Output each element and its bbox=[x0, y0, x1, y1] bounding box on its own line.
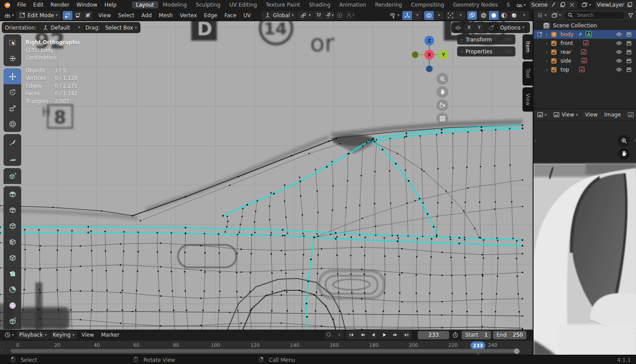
proportional-toggle[interactable] bbox=[335, 11, 344, 20]
end-frame-field[interactable]: End 250 bbox=[493, 331, 526, 339]
tool-smooth-button[interactable] bbox=[4, 297, 21, 313]
shading-rendered-button[interactable] bbox=[509, 11, 519, 20]
expand-chevron[interactable]: › bbox=[545, 32, 549, 38]
tool-extrude-button[interactable] bbox=[4, 186, 21, 202]
render-camera-icon[interactable] bbox=[625, 49, 632, 56]
camera-view-button[interactable] bbox=[436, 99, 448, 111]
vertex-select-button[interactable] bbox=[63, 11, 72, 20]
auto-key-toggle[interactable] bbox=[324, 330, 334, 339]
pan-view-button[interactable] bbox=[436, 86, 448, 98]
image-zoom-button[interactable] bbox=[618, 135, 630, 146]
jump-to-start-button[interactable] bbox=[346, 330, 356, 339]
mode-dropdown[interactable]: Edit Mode ▾ bbox=[16, 11, 61, 20]
viewport-menu-vertex[interactable]: Vertex bbox=[176, 11, 201, 20]
workspace-tab-animation[interactable]: Animation bbox=[335, 1, 370, 8]
workspace-tab-uv-editing[interactable]: UV Editing bbox=[225, 1, 261, 8]
play-button[interactable] bbox=[379, 330, 390, 339]
tool-edge-slide-button[interactable] bbox=[4, 313, 21, 329]
orientation-default-dropdown[interactable]: Default ▾ bbox=[39, 23, 83, 32]
orientation-dropdown[interactable]: Global ▾ bbox=[261, 11, 296, 20]
snap-to-dropdown[interactable]: ▾ bbox=[324, 11, 334, 20]
timeline-scrollbar[interactable] bbox=[11, 349, 517, 353]
new-viewlayer-icon[interactable] bbox=[626, 1, 633, 8]
tab-view[interactable]: View bbox=[522, 87, 533, 112]
playhead[interactable]: 233 bbox=[470, 341, 485, 349]
expand-chevron[interactable]: › bbox=[545, 49, 549, 55]
unlink-scene-icon[interactable] bbox=[568, 1, 575, 8]
tool-scale-button[interactable] bbox=[4, 100, 21, 116]
image-data-icon[interactable] bbox=[583, 40, 590, 47]
viewport-menu-select[interactable]: Select bbox=[114, 11, 138, 20]
shading-material-button[interactable] bbox=[499, 11, 509, 20]
menu-edit[interactable]: Edit bbox=[30, 0, 47, 10]
tool-spin-button[interactable] bbox=[4, 281, 21, 297]
render-camera-icon[interactable] bbox=[625, 57, 632, 64]
timeline-menu-view[interactable]: View bbox=[78, 330, 97, 340]
play-reverse-button[interactable] bbox=[368, 330, 379, 339]
image-pan-button[interactable] bbox=[618, 148, 630, 160]
image-data-icon[interactable] bbox=[581, 57, 588, 64]
workspace-tab-layout[interactable]: Layout bbox=[132, 1, 158, 8]
workspace-tab-modeling[interactable]: Modeling bbox=[159, 1, 191, 8]
workspace-tab-rendering[interactable]: Rendering bbox=[371, 1, 406, 8]
timeline-editor-type[interactable]: ▾ bbox=[3, 331, 15, 339]
timeline-playback-dropdown[interactable]: Playback▾ bbox=[17, 331, 49, 339]
shading-dropdown[interactable]: ▾ bbox=[519, 11, 529, 20]
outliner-item-front[interactable]: ›front bbox=[534, 39, 636, 48]
start-frame-field[interactable]: Start 1 bbox=[462, 331, 491, 339]
image-mode-dropdown[interactable]: View ▾ bbox=[550, 111, 581, 119]
timeline-ruler[interactable]: 020406080100120140160180200220240 233 › … bbox=[0, 341, 533, 355]
shading-solid-button[interactable] bbox=[489, 11, 499, 20]
show-overlays-toggle[interactable] bbox=[424, 11, 434, 20]
perspective-toggle-button[interactable] bbox=[436, 113, 448, 124]
current-frame-field[interactable]: 233 bbox=[418, 331, 449, 339]
menu-render[interactable]: Render bbox=[47, 0, 73, 10]
render-camera-icon[interactable] bbox=[625, 31, 632, 38]
tab-tool[interactable]: Tool bbox=[522, 61, 533, 86]
render-camera-icon[interactable] bbox=[625, 40, 632, 47]
workspace-tab-geometry-nodes[interactable]: Geometry Nodes bbox=[449, 1, 502, 8]
correct-face-icon[interactable] bbox=[488, 24, 495, 31]
previous-keyframe-button[interactable] bbox=[357, 330, 367, 339]
expand-chevron[interactable]: › bbox=[545, 58, 549, 64]
viewlayer-type-icon[interactable]: ▾ bbox=[580, 1, 593, 9]
outliner-search[interactable] bbox=[564, 11, 625, 19]
hide-eye-icon[interactable] bbox=[615, 40, 622, 47]
outliner-item-rear[interactable]: ›rear bbox=[534, 48, 636, 56]
auto-key-dropdown[interactable]: ▾ bbox=[334, 330, 344, 339]
modifier-wrench-icon[interactable] bbox=[577, 31, 584, 38]
image-data-icon[interactable] bbox=[579, 66, 586, 73]
zoom-view-button[interactable] bbox=[436, 73, 448, 85]
image-image-menu[interactable]: Image bbox=[602, 110, 623, 120]
menu-file[interactable]: File bbox=[14, 0, 30, 10]
visibility-corners-toggle[interactable] bbox=[446, 11, 455, 20]
snap-toggle-button[interactable] bbox=[314, 11, 324, 20]
pivot-dropdown[interactable]: ▾ bbox=[297, 11, 314, 20]
overlays-dropdown[interactable]: ▾ bbox=[434, 11, 444, 20]
tool-rotate-button[interactable] bbox=[4, 84, 21, 100]
gizmo-dropdown[interactable]: ▾ bbox=[413, 11, 422, 20]
transform-panel-header[interactable]: ›Transform∷∷ bbox=[457, 34, 515, 45]
expand-chevron[interactable]: › bbox=[545, 67, 549, 73]
tab-item[interactable]: Item bbox=[522, 34, 533, 60]
timeline-menu-marker[interactable]: Marker bbox=[98, 330, 123, 340]
hide-eye-icon[interactable] bbox=[615, 57, 622, 64]
tool-transform-button[interactable] bbox=[4, 116, 21, 132]
workspace-tab-s[interactable]: S bbox=[503, 1, 514, 8]
shading-wireframe-button[interactable] bbox=[479, 11, 488, 20]
viewport-menu-add[interactable]: Add bbox=[138, 11, 155, 20]
timeline-keying-dropdown[interactable]: Keying▾ bbox=[50, 331, 77, 339]
jump-to-end-button[interactable] bbox=[401, 330, 412, 339]
mirror-axis-z[interactable]: Z bbox=[485, 23, 485, 32]
viewport-menu-mesh[interactable]: Mesh bbox=[155, 11, 177, 20]
outliner-item-body[interactable]: ›body bbox=[534, 30, 636, 39]
object-visibility-dropdown[interactable]: ▾ bbox=[388, 11, 401, 19]
search-input[interactable] bbox=[576, 12, 609, 19]
render-camera-icon[interactable] bbox=[625, 66, 632, 73]
hide-eye-icon[interactable] bbox=[615, 66, 622, 73]
tool-inset-button[interactable] bbox=[4, 202, 21, 218]
hide-eye-icon[interactable] bbox=[615, 49, 622, 56]
options-dropdown[interactable]: Options ▾ bbox=[497, 23, 527, 32]
menu-help[interactable]: Help bbox=[101, 0, 120, 10]
next-keyframe-button[interactable] bbox=[390, 330, 401, 339]
